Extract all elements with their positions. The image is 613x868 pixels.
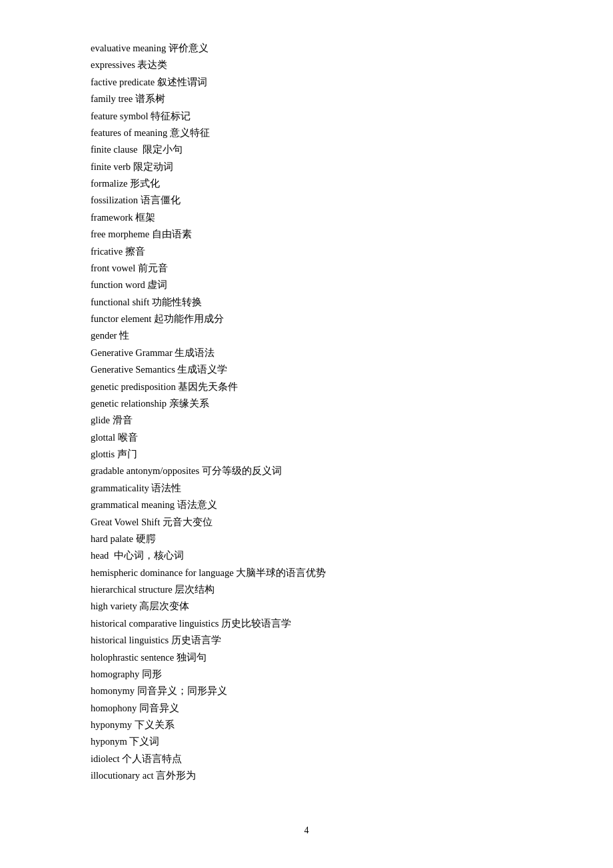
list-item: idiolect 个人语言特点 <box>91 751 522 767</box>
list-item: holophrastic sentence 独词句 <box>91 649 522 666</box>
list-item: front vowel 前元音 <box>91 260 522 277</box>
page-content: evaluative meaning 评价意义expressives 表达类fa… <box>0 0 613 838</box>
list-item: homography 同形 <box>91 666 522 683</box>
list-item: feature symbol 特征标记 <box>91 108 522 125</box>
list-item: homophony 同音异义 <box>91 700 522 717</box>
list-item: finite verb 限定动词 <box>91 159 522 175</box>
list-item: grammaticality 语法性 <box>91 480 522 497</box>
list-item: factive predicate 叙述性谓词 <box>91 74 522 91</box>
list-item: gradable antonym/opposites 可分等级的反义词 <box>91 463 522 479</box>
list-item: framework 框架 <box>91 209 522 226</box>
list-item: fricative 擦音 <box>91 243 522 260</box>
list-item: historical linguistics 历史语言学 <box>91 632 522 649</box>
list-item: hard palate 硬腭 <box>91 531 522 547</box>
list-item: hemispheric dominance for language 大脑半球的… <box>91 565 522 581</box>
terms-list: evaluative meaning 评价意义expressives 表达类fa… <box>91 40 522 785</box>
list-item: expressives 表达类 <box>91 57 522 73</box>
list-item: Generative Grammar 生成语法 <box>91 345 522 361</box>
list-item: functor element 起功能作用成分 <box>91 311 522 327</box>
list-item: functional shift 功能性转换 <box>91 294 522 311</box>
list-item: hyponymy 下义关系 <box>91 717 522 733</box>
list-item: glottis 声门 <box>91 446 522 463</box>
list-item: free morpheme 自由语素 <box>91 226 522 243</box>
list-item: head 中心词，核心词 <box>91 547 522 564</box>
list-item: genetic relationship 亲缘关系 <box>91 395 522 412</box>
list-item: hyponym 下义词 <box>91 733 522 750</box>
list-item: historical comparative linguistics 历史比较语… <box>91 615 522 632</box>
list-item: function word 虚词 <box>91 277 522 293</box>
list-item: grammatical meaning 语法意义 <box>91 497 522 513</box>
list-item: genetic predisposition 基因先天条件 <box>91 379 522 395</box>
list-item: fossilization 语言僵化 <box>91 192 522 209</box>
list-item: gender 性 <box>91 327 522 344</box>
list-item: hierarchical structure 层次结构 <box>91 581 522 598</box>
list-item: formalize 形式化 <box>91 175 522 192</box>
list-item: features of meaning 意义特征 <box>91 125 522 141</box>
list-item: illocutionary act 言外形为 <box>91 767 522 784</box>
list-item: Generative Semantics 生成语义学 <box>91 361 522 378</box>
list-item: family tree 谱系树 <box>91 91 522 107</box>
list-item: homonymy 同音异义；同形异义 <box>91 683 522 699</box>
list-item: high variety 高层次变体 <box>91 598 522 615</box>
list-item: evaluative meaning 评价意义 <box>91 40 522 57</box>
page-number: 4 <box>305 825 309 836</box>
list-item: finite clause 限定小句 <box>91 141 522 158</box>
list-item: Great Vowel Shift 元音大变位 <box>91 514 522 531</box>
list-item: glide 滑音 <box>91 412 522 429</box>
list-item: glottal 喉音 <box>91 429 522 446</box>
